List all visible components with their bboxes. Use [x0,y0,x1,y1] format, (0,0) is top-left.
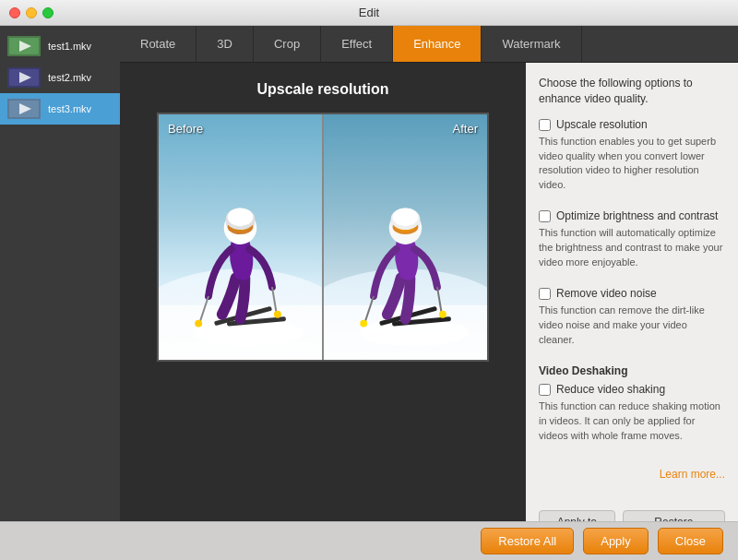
learn-more-link[interactable]: Learn more... [539,468,725,481]
window-controls[interactable] [9,7,54,18]
close-window-button[interactable] [9,7,20,18]
svg-point-40 [393,208,419,226]
tabs-bar: Rotate 3D Crop Effect Enhance Watermark [120,26,738,63]
preview-title: Upscale resolution [256,81,388,98]
close-button[interactable]: Close [658,528,723,554]
minimize-window-button[interactable] [26,7,37,18]
option-group-deshaking: Video Deshaking Reduce video shaking Thi… [539,364,725,451]
apply-button[interactable]: Apply [583,528,649,554]
tab-enhance[interactable]: Enhance [393,26,482,62]
brightness-checkbox[interactable] [539,210,551,222]
tab-effect[interactable]: Effect [321,26,393,62]
brightness-desc: This function will automatically optimiz… [539,226,725,270]
restore-all-button[interactable]: Restore All [481,528,574,554]
after-skier-image [324,114,487,360]
upscale-checkbox[interactable] [539,119,551,131]
svg-point-23 [195,320,202,328]
option-group-brightness: Optimize brightness and contrast This fu… [539,209,725,278]
preview-divider [322,114,324,360]
sidebar-item-test1[interactable]: test1.mkv [0,30,120,62]
window-title: Edit [359,6,379,19]
edit-area: Upscale resolution Before [120,63,738,560]
tab-watermark[interactable]: Watermark [482,26,581,62]
tab-crop[interactable]: Crop [254,26,321,62]
svg-point-24 [274,311,281,318]
right-panel: Choose the following options to enhance … [526,63,738,560]
main-container: test1.mkv test2.mkv test3.mkv [0,26,738,560]
deshaking-label[interactable]: Reduce video shaking [556,383,665,396]
after-label: After [453,122,478,136]
upscale-desc: This function enables you to get superb … [539,135,725,194]
sidebar-item-test2[interactable]: test2.mkv [0,62,120,93]
content-area: Rotate 3D Crop Effect Enhance Watermark … [120,26,738,560]
sidebar-thumb-test3 [7,99,41,119]
preview-after: After [324,114,487,360]
tab-rotate[interactable]: Rotate [120,26,196,62]
sidebar-label-test3: test3.mkv [48,103,91,114]
brightness-label[interactable]: Optimize brightness and contrast [556,209,718,222]
sidebar-thumb-test1 [7,36,41,56]
svg-point-44 [401,334,446,345]
upscale-label[interactable]: Upscale resolution [556,118,648,131]
preview-section: Upscale resolution Before [120,63,526,560]
option-row-deshaking: Reduce video shaking [539,383,725,396]
before-label: Before [168,122,203,136]
deshaking-section-title: Video Deshaking [539,364,725,377]
maximize-window-button[interactable] [42,7,54,18]
bottom-bar: Restore All Apply Close [0,521,738,560]
thumb-icon-test2 [7,67,41,88]
deshaking-checkbox[interactable] [539,384,551,396]
denoise-checkbox[interactable] [539,288,551,300]
option-row-denoise: Remove video noise [539,287,725,300]
denoise-label[interactable]: Remove video noise [556,287,657,300]
option-group-denoise: Remove video noise This function can rem… [539,287,725,355]
sidebar-item-test3[interactable]: test3.mkv [0,93,120,125]
sidebar-label-test1: test1.mkv [48,41,91,52]
svg-point-26 [236,334,281,345]
sidebar: test1.mkv test2.mkv test3.mkv [0,26,120,560]
before-skier-image [159,114,322,360]
svg-point-22 [228,208,254,226]
sidebar-label-test2: test2.mkv [48,72,91,83]
title-bar: Edit [0,0,738,26]
thumb-icon-test3 [7,99,41,119]
svg-point-41 [360,320,367,328]
sidebar-thumb-test2 [7,67,41,88]
svg-point-42 [439,311,446,318]
option-row-brightness: Optimize brightness and contrast [539,209,725,222]
preview-before: Before [159,114,322,360]
option-row-upscale: Upscale resolution [539,118,725,131]
thumb-icon-test1 [7,36,41,56]
tab-3d[interactable]: 3D [196,26,254,62]
denoise-desc: This function can remove the dirt-like v… [539,304,725,348]
deshaking-desc: This function can reduce shaking motion … [539,399,725,444]
option-group-upscale: Upscale resolution This function enables… [539,118,725,201]
panel-intro: Choose the following options to enhance … [539,76,725,107]
preview-images: Before [157,113,489,362]
